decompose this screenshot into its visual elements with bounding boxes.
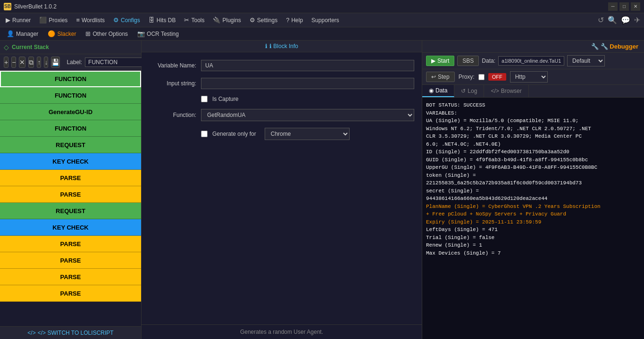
data-input[interactable] bbox=[498, 56, 564, 66]
log-line: BOT STATUS: SUCCESS bbox=[426, 101, 640, 109]
other-options-item[interactable]: ⊞ Other Options bbox=[83, 29, 131, 38]
step-label: Step bbox=[438, 74, 450, 80]
block-config-footer: Generates a random User Agent. bbox=[142, 324, 422, 339]
menu-settings[interactable]: ⚙ Settings bbox=[246, 15, 281, 25]
menu-hitsdb[interactable]: 🗄 Hits DB bbox=[145, 15, 180, 25]
log-tab-label: Log bbox=[468, 88, 477, 94]
tab-data[interactable]: ◉ Data bbox=[422, 85, 454, 97]
block-item[interactable]: REQUEST bbox=[0, 203, 141, 219]
ocr-testing-item[interactable]: 📷 OCR Testing bbox=[134, 29, 182, 38]
switch-icon: </> bbox=[27, 330, 35, 336]
proxy-checkbox[interactable] bbox=[478, 74, 485, 80]
log-line: 94438614166a660ea5b843d629d120dea2ace44 bbox=[426, 195, 640, 203]
menu-help[interactable]: ? Help bbox=[282, 15, 307, 25]
block-info-header: ℹ ℹ Block Info bbox=[142, 41, 422, 52]
nav-back-icon[interactable]: ↺ bbox=[598, 16, 604, 25]
close-block-button[interactable]: ✕ bbox=[19, 57, 25, 68]
is-capture-checkbox[interactable] bbox=[201, 96, 208, 102]
step-icon: ↩ bbox=[431, 74, 436, 80]
sbs-button[interactable]: SBS bbox=[457, 56, 479, 66]
slacker-icon: 🟠 bbox=[48, 30, 55, 37]
block-item[interactable]: PARSE bbox=[0, 269, 141, 285]
start-label: Start bbox=[437, 58, 449, 64]
input-string-row: Input string: bbox=[149, 78, 414, 89]
step-button[interactable]: ↩ Step bbox=[426, 72, 455, 82]
proxy-label: Proxy: bbox=[459, 74, 475, 80]
block-item[interactable]: GenerateGU-ID bbox=[0, 104, 141, 120]
manager-icon: 👤 bbox=[7, 30, 14, 37]
move-down-button[interactable]: ↓ bbox=[44, 57, 48, 68]
generate-only-label: Generate only for bbox=[212, 131, 256, 137]
proxy-off-badge: OFF bbox=[488, 73, 506, 81]
is-capture-label: Is Capture bbox=[212, 96, 238, 102]
block-item[interactable]: PARSE bbox=[0, 186, 141, 203]
block-toolbar: + − ✕ ⧉ ↑ ↓ 💾 Label: bbox=[0, 54, 141, 71]
block-item[interactable]: PARSE bbox=[0, 170, 141, 186]
menu-configs-label: Configs bbox=[121, 17, 140, 24]
close-button[interactable]: ✕ bbox=[631, 2, 640, 11]
label-prefix: Label: bbox=[67, 59, 82, 66]
block-item[interactable]: REQUEST bbox=[0, 137, 141, 153]
ocr-label: OCR Testing bbox=[147, 31, 179, 37]
block-item[interactable]: FUNCTION bbox=[0, 87, 141, 104]
remove-block-button[interactable]: − bbox=[11, 57, 16, 68]
tab-browser[interactable]: </> Browser bbox=[484, 85, 528, 97]
variable-name-label: Variable Name: bbox=[149, 62, 196, 69]
manager-label: Manager bbox=[16, 31, 38, 37]
default-select[interactable]: Default bbox=[567, 55, 605, 66]
menu-tools[interactable]: ✂ Tools bbox=[180, 15, 208, 25]
maximize-button[interactable]: □ bbox=[619, 2, 629, 11]
browser-tab-label: Browser bbox=[501, 88, 522, 94]
manager-item[interactable]: 👤 Manager bbox=[4, 29, 41, 38]
left-panel: ◇ Current Stack + − ✕ ⧉ ↑ ↓ 💾 Label: FUN… bbox=[0, 41, 142, 339]
sub-toolbar: 👤 Manager 🟠 Slacker ⊞ Other Options 📷 OC… bbox=[0, 27, 644, 41]
add-block-button[interactable]: + bbox=[4, 57, 8, 68]
log-line: VARIABLES: bbox=[426, 109, 640, 117]
menu-wordlists[interactable]: ≡ Wordlists bbox=[72, 15, 109, 25]
generate-only-select[interactable]: Chrome Firefox Safari IE bbox=[265, 128, 350, 140]
start-icon: ▶ bbox=[431, 58, 435, 64]
log-line: token (Single) = bbox=[426, 172, 640, 180]
block-item[interactable]: KEY CHECK bbox=[0, 153, 141, 170]
footer-text: Generates a random User Agent. bbox=[240, 329, 323, 335]
block-item[interactable]: PARSE bbox=[0, 252, 141, 269]
debugger-header: 🔧 🔧 Debugger bbox=[422, 41, 644, 53]
other-options-label: Other Options bbox=[92, 31, 128, 37]
menu-proxies[interactable]: ⬛ Proxies bbox=[35, 15, 71, 25]
log-line: Trial (Single) = false bbox=[426, 234, 640, 242]
function-select[interactable]: GetRandomUA GetRandomIP Base64Encode Bas… bbox=[201, 109, 414, 121]
search-icon[interactable]: 🔍 bbox=[608, 16, 617, 25]
log-line: GUID (Single) = 4f9f6ab3-b49d-41f8-a8ff-… bbox=[426, 156, 640, 164]
http-select[interactable]: Http Socks4 Socks5 bbox=[510, 71, 548, 83]
block-item[interactable]: PARSE bbox=[0, 285, 141, 302]
menu-runner[interactable]: ▶ Runner bbox=[2, 15, 34, 25]
start-button[interactable]: ▶ Start bbox=[426, 56, 454, 66]
input-string-input[interactable] bbox=[201, 78, 414, 89]
block-item[interactable]: KEY CHECK bbox=[0, 219, 141, 236]
menu-plugins[interactable]: 🔌 Plugins bbox=[209, 15, 244, 25]
tab-log[interactable]: ↺ Log bbox=[454, 85, 484, 97]
block-item[interactable]: FUNCTION bbox=[0, 71, 141, 87]
generate-only-checkbox[interactable] bbox=[201, 131, 208, 137]
menu-supporters[interactable]: Supporters bbox=[308, 15, 343, 25]
log-line: Renew (Single) = 1 bbox=[426, 241, 640, 249]
variable-name-input[interactable] bbox=[201, 60, 414, 71]
save-block-button[interactable]: 💾 bbox=[51, 57, 60, 68]
log-line: UA (Single) = Mozilla/5.0 (compatible; M… bbox=[426, 117, 640, 125]
menu-configs[interactable]: ⚙ Configs bbox=[109, 15, 144, 25]
telegram-icon[interactable]: ✈ bbox=[634, 16, 640, 25]
middle-panel: ℹ ℹ Block Info Variable Name: Input stri… bbox=[142, 41, 422, 339]
switch-to-loliscript-button[interactable]: </> </> SWITCH TO LOLISCRIPT bbox=[0, 326, 141, 339]
right-panel: 🔧 🔧 Debugger ▶ Start SBS Data: Default ↩… bbox=[422, 41, 644, 339]
block-item[interactable]: FUNCTION bbox=[0, 120, 141, 137]
log-line: Expiry (Single) = 2025-11-11 23:59:59 bbox=[426, 218, 640, 226]
copy-block-button[interactable]: ⧉ bbox=[28, 57, 34, 68]
minimize-button[interactable]: ─ bbox=[608, 2, 618, 11]
settings-icon: ⚙ bbox=[250, 17, 255, 24]
discord-icon[interactable]: 💬 bbox=[621, 16, 630, 25]
slacker-item[interactable]: 🟠 Slacker bbox=[45, 29, 79, 38]
move-up-button[interactable]: ↑ bbox=[37, 57, 41, 68]
app-icon: SB bbox=[4, 3, 11, 10]
data-tab-icon: ◉ bbox=[429, 87, 434, 94]
block-item[interactable]: PARSE bbox=[0, 236, 141, 252]
